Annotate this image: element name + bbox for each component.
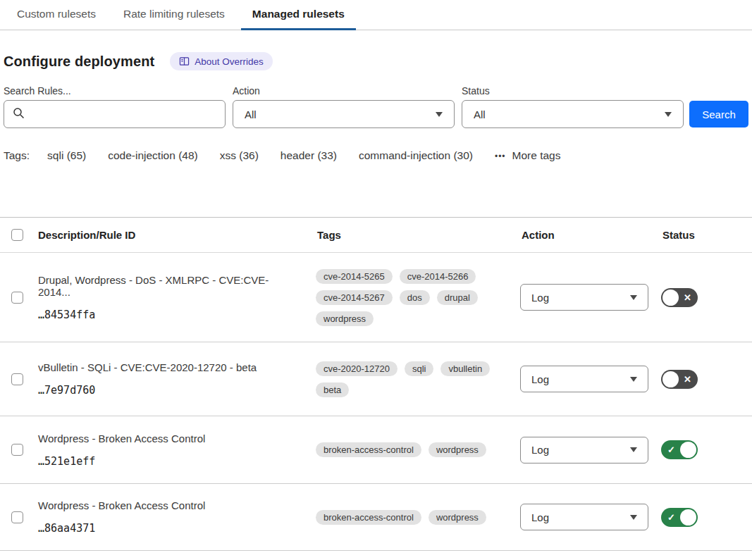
rule-description-cell: vBulletin - SQLi - CVE:CVE-2020-12720 - … xyxy=(37,347,316,411)
toggle-knob xyxy=(680,442,696,458)
chevron-down-icon xyxy=(665,112,672,117)
tag-filter-xss[interactable]: xss (36) xyxy=(220,149,259,162)
ellipsis-icon: ••• xyxy=(495,151,506,161)
about-overrides-label: About Overrides xyxy=(195,56,264,67)
status-filter-value: All xyxy=(474,108,486,120)
rule-description-cell: Wordpress - Broken Access Control …521e1… xyxy=(37,418,316,482)
tags-bar-label: Tags: xyxy=(4,149,30,162)
toggle-knob xyxy=(680,509,696,525)
more-tags-label: More tags xyxy=(512,149,561,162)
table-row: Drupal, Wordpress - DoS - XMLRPC - CVE:C… xyxy=(0,253,752,342)
row-checkbox[interactable] xyxy=(11,292,23,304)
heading-row: Configure deployment About Overrides xyxy=(4,52,752,70)
rule-id: …7e97d760 xyxy=(38,384,299,397)
tag-filter-command-injection[interactable]: command-injection (30) xyxy=(359,149,473,162)
chevron-down-icon xyxy=(630,295,637,300)
tags-bar: Tags: sqli (65) code-injection (48) xss … xyxy=(4,149,752,162)
tag-pill: drupal xyxy=(437,290,478,305)
tag-pill: wordpress xyxy=(429,510,486,525)
chevron-down-icon xyxy=(436,112,443,117)
table-row: Wordpress - Broken Access Control …521e1… xyxy=(0,416,752,484)
rule-tags-cell: broken-access-control wordpress xyxy=(316,510,520,525)
action-filter-select[interactable]: All xyxy=(233,100,455,128)
rule-action-value: Log xyxy=(531,444,549,456)
tag-pill: cve-2014-5266 xyxy=(400,269,476,284)
column-header-tags: Tags xyxy=(316,229,520,241)
rule-action-value: Log xyxy=(531,511,549,523)
rule-action-select[interactable]: Log xyxy=(520,284,648,311)
tab-custom-rulesets[interactable]: Custom rulesets xyxy=(6,0,107,30)
chevron-down-icon xyxy=(630,515,637,520)
table-row: Wordpress - Broken Access Control …86aa4… xyxy=(0,484,752,551)
tag-pill: sqli xyxy=(405,361,434,376)
tag-pill: broken-access-control xyxy=(316,510,421,525)
rule-description: Wordpress - Broken Access Control xyxy=(38,433,299,444)
select-all-checkbox[interactable] xyxy=(11,229,23,241)
rule-status-toggle[interactable]: ✕ xyxy=(661,370,698,389)
rule-description: Wordpress - Broken Access Control xyxy=(38,499,299,511)
rule-id: …521e1eff xyxy=(38,455,299,468)
column-header-description: Description/Rule ID xyxy=(37,229,316,241)
rule-description: vBulletin - SQLi - CVE:CVE-2020-12720 - … xyxy=(38,361,299,373)
tag-pill: dos xyxy=(400,290,430,305)
action-filter-value: All xyxy=(245,108,257,120)
tab-rate-limiting-rulesets[interactable]: Rate limiting rulesets xyxy=(112,0,236,30)
rule-tags-cell: cve-2014-5265 cve-2014-5266 cve-2014-526… xyxy=(316,269,520,326)
row-checkbox[interactable] xyxy=(11,511,23,523)
about-overrides-badge[interactable]: About Overrides xyxy=(170,52,273,70)
search-rules-input[interactable] xyxy=(30,101,225,127)
rule-tags-cell: cve-2020-12720 sqli vbulletin beta xyxy=(316,361,520,397)
tag-pill: cve-2014-5267 xyxy=(316,290,393,305)
chevron-down-icon xyxy=(630,447,637,452)
rule-tags-cell: broken-access-control wordpress xyxy=(316,442,520,457)
tag-filter-header[interactable]: header (33) xyxy=(281,149,337,162)
tag-pill: vbulletin xyxy=(440,361,490,376)
tag-pill: wordpress xyxy=(429,442,486,457)
rule-action-select[interactable]: Log xyxy=(520,366,648,392)
ruleset-tabbar: Custom rulesets Rate limiting rulesets M… xyxy=(0,0,752,30)
rule-action-value: Log xyxy=(531,373,549,385)
rule-status-toggle[interactable]: ✓ xyxy=(661,508,698,527)
rule-id: …84534ffa xyxy=(38,309,299,321)
rule-description: Drupal, Wordpress - DoS - XMLRPC - CVE:C… xyxy=(38,274,299,298)
rule-id: …86aa4371 xyxy=(38,522,299,535)
tag-pill: broken-access-control xyxy=(316,442,421,457)
row-checkbox[interactable] xyxy=(11,373,23,385)
filters-row: Search Rules... Action All Status All Se… xyxy=(4,85,752,128)
tag-pill: cve-2020-12720 xyxy=(316,361,397,376)
rule-action-select[interactable]: Log xyxy=(520,437,648,463)
tag-pill: beta xyxy=(316,382,349,397)
action-filter-label: Action xyxy=(233,85,455,97)
status-filter-select[interactable]: All xyxy=(462,100,684,128)
book-icon xyxy=(179,56,190,66)
tag-filter-sqli[interactable]: sqli (65) xyxy=(47,149,86,162)
tag-pill: cve-2014-5265 xyxy=(316,269,393,284)
status-filter-label: Status xyxy=(462,85,684,97)
search-rules-box xyxy=(4,100,226,128)
search-button[interactable]: Search xyxy=(689,101,748,127)
page-title: Configure deployment xyxy=(4,54,154,70)
rule-description-cell: Wordpress - Broken Access Control …86aa4… xyxy=(37,485,316,549)
toggle-knob xyxy=(662,371,679,387)
rule-status-toggle[interactable]: ✕ xyxy=(661,288,698,307)
rule-action-select[interactable]: Log xyxy=(520,504,648,530)
row-checkbox[interactable] xyxy=(11,444,23,456)
more-tags-button[interactable]: ••• More tags xyxy=(495,149,561,162)
toggle-state-icon: ✓ xyxy=(667,513,675,522)
column-header-action: Action xyxy=(520,229,661,241)
tab-managed-rulesets[interactable]: Managed rulesets xyxy=(241,0,356,30)
tag-pill: wordpress xyxy=(316,311,374,326)
tag-filter-code-injection[interactable]: code-injection (48) xyxy=(108,149,198,162)
column-header-status: Status xyxy=(661,229,752,241)
table-header-row: Description/Rule ID Tags Action Status xyxy=(0,218,752,253)
search-icon xyxy=(13,107,25,122)
rule-status-toggle[interactable]: ✓ xyxy=(661,440,698,459)
toggle-state-icon: ✕ xyxy=(684,293,691,302)
chevron-down-icon xyxy=(630,377,637,382)
search-rules-label: Search Rules... xyxy=(4,85,226,97)
toggle-knob xyxy=(662,290,679,306)
toggle-state-icon: ✓ xyxy=(667,445,675,454)
table-row: vBulletin - SQLi - CVE:CVE-2020-12720 - … xyxy=(0,342,752,416)
toggle-state-icon: ✕ xyxy=(684,375,691,384)
rule-action-value: Log xyxy=(531,292,549,304)
